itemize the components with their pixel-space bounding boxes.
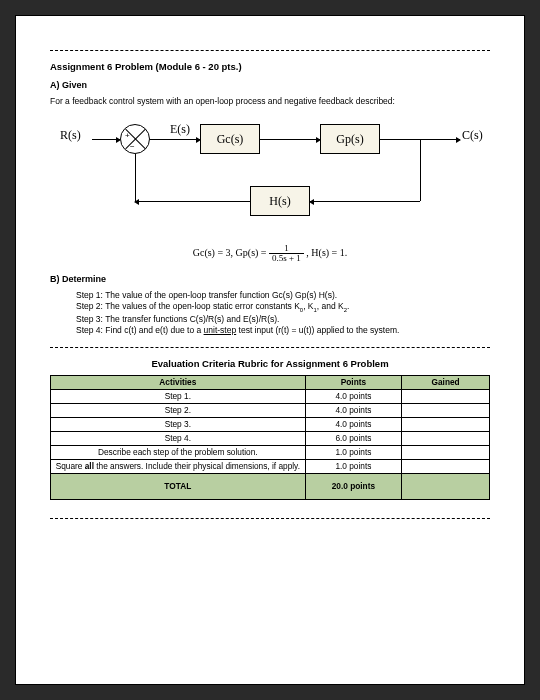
feedback-down: [420, 139, 421, 201]
document-page: Assignment 6 Problem (Module 6 - 20 pts.…: [15, 15, 525, 685]
col-gained: Gained: [402, 375, 490, 389]
arrow-to-h: [310, 201, 420, 202]
sum-minus: −: [130, 142, 135, 151]
rubric-table: Activities Points Gained Step 1.4.0 poin…: [50, 375, 490, 500]
cell-total-label: TOTAL: [51, 473, 306, 499]
step-item: Step 4: Find c(t) and e(t) due to a unit…: [76, 325, 490, 335]
cell-total-pts: 20.0 points: [305, 473, 402, 499]
signal-c: C(s): [462, 128, 483, 143]
rubric-title: Evaluation Criteria Rubric for Assignmen…: [50, 358, 490, 369]
feedback-up: [135, 154, 136, 201]
cell-gained: [402, 431, 490, 445]
cell-pts: 4.0 points: [305, 389, 402, 403]
cell-gained: [402, 389, 490, 403]
table-row: Step 4.6.0 points: [51, 431, 490, 445]
cell-gained: [402, 403, 490, 417]
cell-pts: 4.0 points: [305, 403, 402, 417]
equation-line: Gc(s) = 3, Gp(s) = 1 0.5s + 1 , H(s) = 1…: [50, 244, 490, 264]
cell-gained: [402, 445, 490, 459]
section-b-heading: B) Determine: [50, 274, 490, 284]
step-text: Step 1: The value of the open-loop trans…: [76, 290, 337, 300]
arrow-gc-to-gp: [260, 139, 320, 140]
table-header-row: Activities Points Gained: [51, 375, 490, 389]
signal-e: E(s): [170, 122, 190, 137]
cell-act: Step 2.: [51, 403, 306, 417]
arrow-r-to-sum: [92, 139, 120, 140]
arrow-h-to-sum-h: [135, 201, 250, 202]
cell-gained: [402, 417, 490, 431]
cell-act: Step 1.: [51, 389, 306, 403]
steps-list: Step 1: The value of the open-loop trans…: [76, 290, 490, 335]
eq-pre: Gc(s) = 3, Gp(s) =: [193, 247, 269, 258]
block-gp: Gp(s): [320, 124, 380, 154]
table-row: Square all the answers. Include their ph…: [51, 459, 490, 473]
cell-pts: 1.0 points: [305, 445, 402, 459]
cell-act: Describe each step of the problem soluti…: [51, 445, 306, 459]
step-item: Step 1: The value of the open-loop trans…: [76, 290, 490, 300]
table-total-row: TOTAL 20.0 points: [51, 473, 490, 499]
table-row: Describe each step of the problem soluti…: [51, 445, 490, 459]
cell-act: Step 4.: [51, 431, 306, 445]
signal-r: R(s): [60, 128, 81, 143]
rule-top: [50, 50, 490, 51]
arrow-sum-to-gc: [150, 139, 200, 140]
step-item: Step 2: The values of the open-loop stat…: [76, 301, 490, 313]
rule-mid: [50, 347, 490, 348]
summing-junction: + −: [120, 124, 150, 154]
block-gc: Gc(s): [200, 124, 260, 154]
sum-plus: +: [125, 131, 130, 140]
assignment-title: Assignment 6 Problem (Module 6 - 20 pts.…: [50, 61, 490, 72]
cell-act: Square all the answers. Include their ph…: [51, 459, 306, 473]
block-h: H(s): [250, 186, 310, 216]
cell-pts: 4.0 points: [305, 417, 402, 431]
col-activities: Activities: [51, 375, 306, 389]
cell-pts: 1.0 points: [305, 459, 402, 473]
step-item: Step 3: The transfer functions C(s)/R(s)…: [76, 314, 490, 324]
eq-denominator: 0.5s + 1: [269, 254, 304, 263]
table-row: Step 1.4.0 points: [51, 389, 490, 403]
cell-pts: 6.0 points: [305, 431, 402, 445]
eq-fraction: 1 0.5s + 1: [269, 244, 304, 264]
rule-bottom: [50, 518, 490, 519]
table-row: Step 3.4.0 points: [51, 417, 490, 431]
table-row: Step 2.4.0 points: [51, 403, 490, 417]
step-text: Step 3: The transfer functions C(s)/R(s)…: [76, 314, 279, 324]
eq-post: , H(s) = 1.: [306, 247, 347, 258]
cell-gained: [402, 459, 490, 473]
block-diagram: R(s) + − E(s) Gc(s) Gp(s) C(s) H(s): [50, 116, 490, 236]
section-a-heading: A) Given: [50, 80, 490, 90]
given-description: For a feedback control system with an op…: [50, 96, 490, 106]
cell-total-gained: [402, 473, 490, 499]
cell-act: Step 3.: [51, 417, 306, 431]
col-points: Points: [305, 375, 402, 389]
